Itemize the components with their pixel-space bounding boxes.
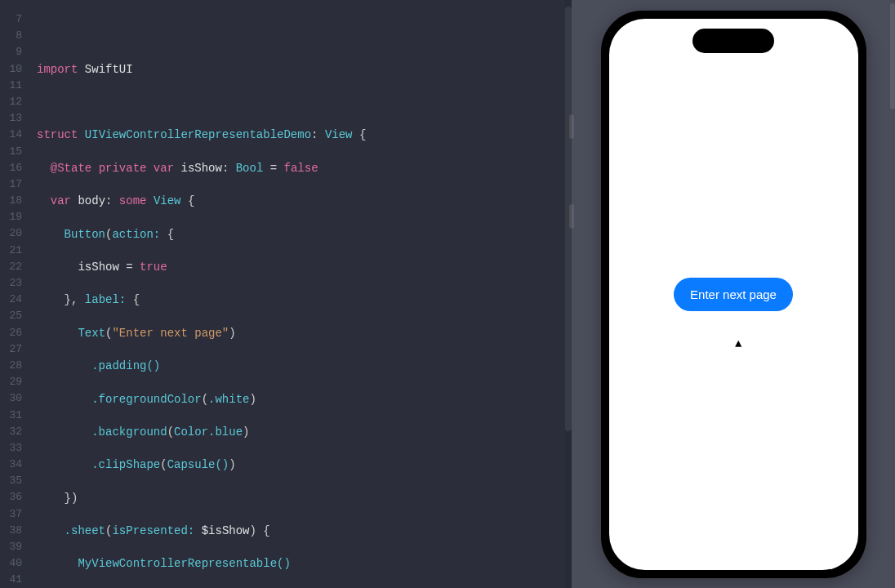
editor-scrollbar[interactable] <box>565 0 572 588</box>
line-number: 9 <box>0 44 22 60</box>
line-number-gutter: 7 8 9 10 11 12 13 14 15 16 17 18 19 20 2… <box>0 0 29 588</box>
line-number: 34 <box>0 457 22 473</box>
line-number: 19 <box>0 209 22 225</box>
pane-resize-handle[interactable] <box>569 204 574 229</box>
line-number: 25 <box>0 308 22 324</box>
line-number: 26 <box>0 325 22 341</box>
pane-resize-handle[interactable] <box>569 114 574 139</box>
line-number: 16 <box>0 160 22 176</box>
line-number: 24 <box>0 292 22 308</box>
line-number: 39 <box>0 539 22 555</box>
line-number: 13 <box>0 110 22 127</box>
line-number: 31 <box>0 408 22 424</box>
line-number: 15 <box>0 144 22 160</box>
enter-next-page-button[interactable]: Enter next page <box>674 278 793 311</box>
line-number: 41 <box>0 572 22 588</box>
line-number: 27 <box>0 341 22 358</box>
line-number: 20 <box>0 225 22 242</box>
line-number: 32 <box>0 424 22 440</box>
line-number: 11 <box>0 78 22 94</box>
line-number: 37 <box>0 506 22 523</box>
cursor-icon: ▲ <box>735 337 741 350</box>
preview-scrollbar-thumb[interactable] <box>890 3 895 109</box>
line-number: 35 <box>0 473 22 489</box>
line-number: 18 <box>0 193 22 209</box>
line-number: 28 <box>0 358 22 374</box>
line-number: 30 <box>0 390 22 407</box>
line-number: 40 <box>0 555 22 572</box>
line-number: 14 <box>0 127 22 143</box>
iphone-preview-screen[interactable]: Enter next page ▲ <box>609 19 858 570</box>
line-number: 7 <box>0 11 22 28</box>
code-editor-pane[interactable]: 7 8 9 10 11 12 13 14 15 16 17 18 19 20 2… <box>0 0 572 588</box>
line-number: 17 <box>0 176 22 193</box>
line-number: 10 <box>0 61 22 78</box>
line-number: 23 <box>0 275 22 292</box>
line-number: 36 <box>0 489 22 506</box>
line-number: 38 <box>0 523 22 539</box>
code-text-area[interactable]: import SwiftUI struct UIViewControllerRe… <box>29 0 572 588</box>
line-number: 8 <box>0 28 22 44</box>
line-number: 22 <box>0 259 22 275</box>
line-number: 29 <box>0 374 22 390</box>
line-number: 33 <box>0 440 22 457</box>
iphone-preview-frame: Enter next page ▲ <box>601 11 866 578</box>
preview-pane: Enter next page ▲ <box>572 0 895 588</box>
dynamic-island <box>692 29 774 53</box>
line-number: 21 <box>0 243 22 259</box>
line-number: 12 <box>0 94 22 110</box>
